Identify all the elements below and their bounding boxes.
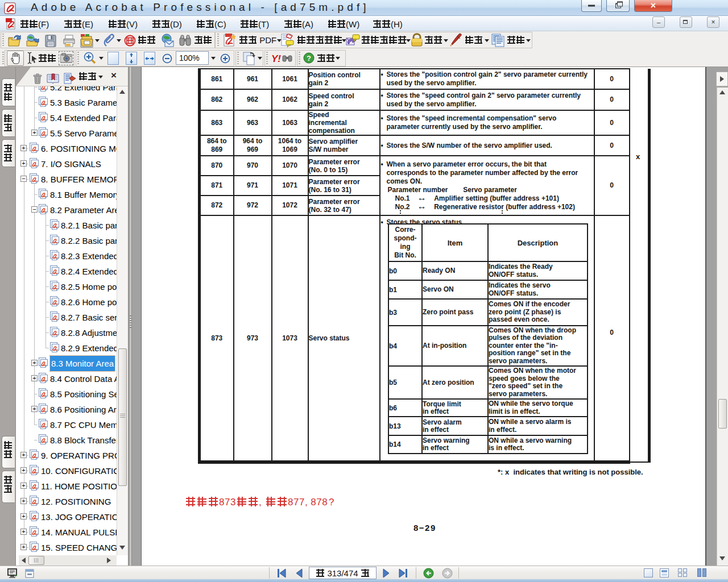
- svg-text:?: ?: [307, 54, 311, 63]
